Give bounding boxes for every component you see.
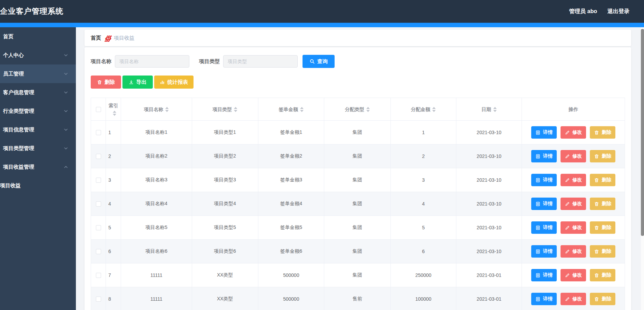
detail-button[interactable]: 详情	[531, 245, 557, 258]
sidebar-item-6[interactable]: 项目类型管理	[0, 139, 76, 158]
sidebar-item-label: 员工管理	[3, 71, 24, 77]
edit-button[interactable]: 修改	[561, 221, 586, 234]
edit-button-label: 修改	[572, 224, 582, 231]
cell-project-name: 项目名称1	[121, 121, 192, 144]
detail-button[interactable]: 详情	[531, 174, 557, 186]
cell-alloc-type: 集团	[324, 121, 390, 144]
row-delete-button[interactable]: 删除	[590, 293, 615, 305]
cell-date: 2021-03-10	[456, 240, 522, 263]
column-header-5[interactable]: 分配金额	[390, 98, 456, 121]
column-header-1[interactable]: 项目名称	[121, 98, 192, 121]
sidebar-item-3[interactable]: 客户信息管理	[0, 83, 76, 102]
column-header-2[interactable]: 项目类型	[192, 98, 258, 121]
project-name-input[interactable]	[115, 55, 189, 68]
cell-index: 1	[106, 121, 121, 144]
row-checkbox[interactable]	[96, 201, 101, 207]
sidebar-item-label: 个人中心	[3, 52, 24, 59]
table-row-6: 6项目名称6项目类型6签单金额6集团62021-03-10详情修改删除	[91, 240, 625, 263]
sort-caret-icon[interactable]	[113, 111, 116, 116]
project-type-input[interactable]	[223, 55, 298, 68]
cell-project-type: 项目类型4	[192, 192, 258, 216]
select-all-checkbox[interactable]	[96, 107, 101, 112]
query-button[interactable]: 查询	[303, 55, 335, 68]
row-delete-button[interactable]: 删除	[590, 174, 615, 186]
edit-button[interactable]: 修改	[561, 174, 586, 186]
column-header-3[interactable]: 签单金额	[258, 98, 324, 121]
row-checkbox[interactable]	[96, 297, 101, 302]
sidebar-item-2[interactable]: 员工管理	[0, 64, 76, 83]
page-scrollbar-track[interactable]	[641, 27, 644, 310]
sidebar-item-label: 项目信息管理	[3, 127, 34, 133]
sidebar-item-4[interactable]: 行业类型管理	[0, 102, 76, 120]
edit-button[interactable]: 修改	[561, 293, 586, 305]
sort-caret-icon[interactable]	[165, 107, 169, 112]
export-button[interactable]: 导出	[122, 76, 153, 89]
chevron-down-icon	[63, 90, 68, 95]
detail-button[interactable]: 详情	[531, 269, 557, 281]
sidebar-item-5[interactable]: 项目信息管理	[0, 120, 76, 139]
edit-button[interactable]: 修改	[561, 126, 586, 139]
sidebar-item-label: 项目收益	[0, 182, 21, 189]
breadcrumb-home[interactable]: 首页	[91, 35, 101, 41]
row-checkbox[interactable]	[96, 178, 101, 183]
table-row-7: 711111XX类型500000集团2500002021-03-01详情修改删除	[91, 263, 625, 287]
row-delete-button[interactable]: 删除	[590, 245, 615, 258]
row-checkbox[interactable]	[96, 130, 101, 135]
row-delete-button[interactable]: 删除	[590, 150, 615, 162]
report-button[interactable]: 统计报表	[154, 76, 194, 89]
chevron-down-icon	[63, 127, 68, 132]
sidebar-item-1[interactable]: 个人中心	[0, 46, 76, 64]
detail-button[interactable]: 详情	[531, 198, 557, 210]
sort-caret-icon[interactable]	[300, 107, 304, 112]
row-delete-button[interactable]: 删除	[590, 221, 615, 234]
detail-button[interactable]: 详情	[531, 126, 557, 139]
detail-button[interactable]: 详情	[531, 150, 557, 162]
document-icon	[535, 178, 541, 183]
report-button-label: 统计报表	[167, 79, 188, 86]
delete-button[interactable]: 删除	[91, 76, 121, 89]
sidebar-item-0[interactable]: 首页	[0, 27, 76, 46]
sort-caret-icon[interactable]	[493, 107, 497, 112]
pencil-icon	[565, 201, 570, 207]
sort-caret-icon[interactable]	[234, 107, 237, 112]
edit-button-label: 修改	[572, 153, 582, 159]
cell-sign-amount: 500000	[258, 263, 324, 287]
edit-button[interactable]: 修改	[561, 245, 586, 258]
row-checkbox[interactable]	[96, 154, 101, 159]
cell-sign-amount: 签单金额3	[258, 168, 324, 192]
cell-project-name: 项目名称3	[121, 168, 192, 192]
row-checkbox[interactable]	[96, 249, 101, 254]
row-delete-button[interactable]: 删除	[590, 269, 615, 281]
sort-caret-icon[interactable]	[432, 107, 436, 112]
logout-link[interactable]: 退出登录	[607, 8, 630, 15]
edit-button-label: 修改	[572, 296, 582, 302]
sort-caret-icon[interactable]	[366, 107, 370, 112]
sidebar-item-label: 首页	[3, 33, 13, 40]
cell-project-name: 11111	[121, 263, 192, 287]
row-delete-button[interactable]: 删除	[590, 198, 615, 210]
page-scrollbar-thumb[interactable]	[641, 29, 644, 236]
table-body: 1项目名称1项目类型1签单金额1集团12021-03-10详情修改删除2项目名称…	[91, 121, 625, 310]
row-checkbox[interactable]	[96, 225, 101, 230]
cell-sign-amount: 签单金额4	[258, 192, 324, 216]
sidebar-item-7[interactable]: 项目收益管理	[0, 158, 76, 176]
column-header-7: 操作	[522, 98, 625, 121]
current-user-label[interactable]: 管理员 abo	[569, 8, 597, 15]
column-header-0[interactable]: 索引	[106, 98, 121, 121]
column-header-4[interactable]: 分配类型	[324, 98, 390, 121]
cell-index: 7	[106, 263, 121, 287]
detail-button[interactable]: 详情	[531, 293, 557, 305]
edit-button[interactable]: 修改	[561, 198, 586, 210]
row-checkbox[interactable]	[96, 273, 101, 278]
pencil-icon	[565, 225, 570, 230]
trash-icon	[594, 201, 599, 207]
cell-index: 6	[106, 240, 121, 263]
detail-button[interactable]: 详情	[531, 221, 557, 234]
edit-button[interactable]: 修改	[561, 269, 586, 281]
column-header-6[interactable]: 日期	[456, 98, 522, 121]
row-actions: 详情修改删除	[522, 174, 625, 186]
row-delete-button[interactable]: 删除	[590, 126, 615, 139]
edit-button[interactable]: 修改	[561, 150, 586, 162]
trash-icon	[97, 80, 102, 85]
sidebar-subitem-project-income[interactable]: 项目收益	[0, 176, 76, 195]
